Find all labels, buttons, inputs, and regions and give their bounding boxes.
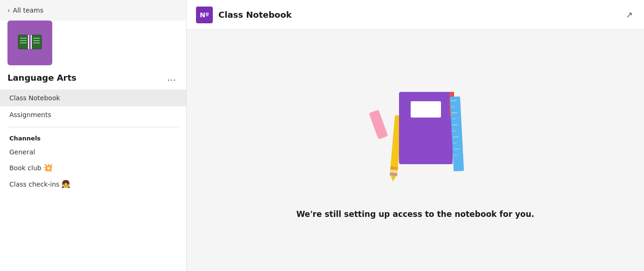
expand-icon[interactable]: ↗ [624, 8, 635, 21]
notebook-label-illustration [411, 101, 441, 118]
onenote-app-icon: Nº [196, 7, 213, 23]
status-message: We're still setting up access to the not… [296, 209, 534, 219]
channel-item-general[interactable]: General [0, 145, 186, 160]
sidebar: ‹ All teams Language Arts ... Class Note… [0, 0, 187, 271]
nav-item-class-notebook[interactable]: Class Notebook [0, 90, 186, 106]
team-banner [7, 21, 52, 65]
channel-item-book-club[interactable]: Book club 💥 [0, 160, 186, 176]
eraser-illustration [369, 110, 388, 139]
channels-section-label: Channels [0, 131, 186, 145]
header-left: Nº Class Notebook [196, 7, 292, 23]
team-options-button[interactable]: ... [164, 71, 179, 84]
back-chevron-icon: ‹ [7, 7, 10, 14]
svg-rect-1 [31, 35, 42, 49]
channel-label-general: General [9, 148, 35, 156]
team-name-row: Language Arts ... [0, 71, 186, 90]
header-title: Class Notebook [218, 10, 292, 20]
content-area: We're still setting up access to the not… [187, 30, 644, 271]
book-club-emoji: 💥 [43, 163, 53, 172]
main-content: Nº Class Notebook ↗ [187, 0, 644, 271]
back-nav[interactable]: ‹ All teams [0, 0, 186, 21]
back-label: All teams [13, 7, 43, 14]
header-bar: Nº Class Notebook ↗ [187, 0, 644, 30]
svg-rect-0 [18, 35, 28, 49]
channel-item-class-check-ins[interactable]: Class check-ins 👧 [0, 176, 186, 192]
notebook-book-illustration [399, 92, 453, 164]
divider [7, 127, 179, 127]
nav-item-assignments[interactable]: Assignments [0, 106, 186, 123]
channel-label-book-club: Book club [9, 164, 42, 172]
channel-label-class-check-ins: Class check-ins [9, 181, 59, 188]
team-name: Language Arts [7, 73, 77, 83]
class-check-ins-emoji: 👧 [61, 180, 70, 188]
notebook-illustration [364, 83, 467, 195]
